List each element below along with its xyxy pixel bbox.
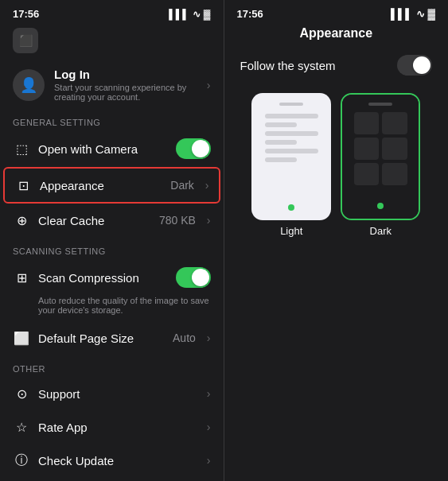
about-item[interactable]: ℹ About ›: [0, 477, 224, 481]
dark-grid-item: [354, 138, 380, 160]
left-panel: 17:56 ▌▌▌ ∿ ▓ ⬛ 👤 Log In Start your scan…: [0, 0, 224, 481]
clear-cache-item[interactable]: ⊕ Clear Cache 780 KB ›: [0, 204, 224, 237]
right-panel: 17:56 ▌▌▌ ∿ ▓ Appearance Follow the syst…: [224, 0, 449, 481]
r-signal-icon: ▌▌▌: [391, 8, 413, 20]
left-status-bar: 17:56 ▌▌▌ ∿ ▓: [0, 0, 224, 23]
scan-icon: ⊞: [13, 269, 30, 286]
dark-grid-item: [382, 138, 407, 160]
support-icon: ⊙: [13, 385, 30, 402]
default-page-size-value: Auto: [173, 332, 196, 344]
avatar: 👤: [13, 69, 45, 101]
user-section[interactable]: 👤 Log In Start your scanning experience …: [0, 61, 224, 108]
scanning-section-label: SCANNING SETTING: [0, 237, 224, 259]
support-chevron: ›: [207, 387, 211, 400]
update-chevron: ›: [207, 454, 211, 467]
check-update-item[interactable]: ⓘ Check Update ›: [0, 444, 224, 477]
rate-app-item[interactable]: ☆ Rate App ›: [0, 410, 224, 444]
dark-grid-item: [382, 112, 407, 134]
right-status-icons: ▌▌▌ ∿ ▓: [391, 8, 435, 20]
check-update-label: Check Update: [38, 454, 199, 467]
support-label: Support: [38, 387, 199, 401]
appearance-title: Appearance: [224, 23, 449, 47]
user-subtitle: Start your scanning experience by creati…: [54, 83, 197, 102]
appearance-value: Dark: [170, 179, 194, 192]
user-title: Log In: [54, 68, 197, 81]
follow-system-row: Follow the system: [224, 47, 449, 83]
scan-compression-sub: Auto reduce the quality of the image to …: [0, 296, 224, 321]
update-icon: ⓘ: [13, 452, 30, 469]
light-theme-card[interactable]: Light: [251, 93, 331, 237]
follow-system-toggle[interactable]: [397, 55, 432, 76]
camera-icon: ⬚: [13, 140, 30, 157]
dark-grid-item: [354, 163, 380, 185]
appearance-icon: ⊡: [14, 176, 32, 194]
dark-phone-inner: [342, 95, 419, 219]
back-icon: ⬛: [19, 34, 33, 47]
theme-options: Light Dark: [224, 83, 449, 246]
light-line: [265, 149, 318, 153]
light-theme-label: Light: [280, 225, 302, 237]
clear-cache-value: 780 KB: [159, 214, 196, 227]
appearance-label: Appearance: [40, 179, 162, 192]
light-line: [265, 140, 297, 145]
scan-compression-label: Scan Compression: [38, 271, 168, 285]
back-area: ⬛: [0, 23, 224, 61]
dark-theme-preview: [341, 93, 420, 220]
rate-icon: ☆: [13, 418, 30, 436]
scan-toggle[interactable]: [176, 267, 211, 288]
light-theme-preview: [251, 93, 331, 220]
clear-cache-icon: ⊕: [13, 211, 30, 229]
default-page-size-label: Default Page Size: [38, 332, 165, 345]
appearance-chevron: ›: [205, 179, 209, 192]
dark-grid-item: [354, 112, 380, 134]
light-line: [265, 157, 297, 162]
camera-toggle[interactable]: [176, 138, 211, 159]
light-line: [265, 114, 318, 118]
right-status-bar: 17:56 ▌▌▌ ∿ ▓: [224, 0, 449, 23]
clear-cache-chevron: ›: [207, 214, 211, 227]
rate-chevron: ›: [207, 421, 211, 433]
light-line: [265, 122, 297, 127]
support-item[interactable]: ⊙ Support ›: [0, 377, 224, 410]
dark-theme-label: Dark: [370, 225, 392, 237]
person-icon: 👤: [20, 76, 37, 94]
page-size-icon: ⬜: [13, 329, 30, 347]
back-button[interactable]: ⬛: [13, 28, 38, 53]
rate-app-label: Rate App: [38, 421, 199, 434]
dark-grid: [354, 112, 407, 185]
page-size-chevron: ›: [207, 332, 211, 344]
light-lines: [265, 114, 318, 162]
appearance-item[interactable]: ⊡ Appearance Dark ›: [3, 167, 220, 204]
light-line: [265, 131, 318, 136]
scan-compression-item[interactable]: ⊞ Scan Compression: [0, 259, 224, 296]
open-with-camera-item[interactable]: ⬚ Open with Camera: [0, 130, 224, 167]
battery-icon: ▓: [204, 9, 211, 20]
open-with-camera-label: Open with Camera: [38, 142, 168, 156]
left-status-icons: ▌▌▌ ∿ ▓: [169, 9, 210, 20]
user-chevron: ›: [207, 79, 211, 91]
right-time: 17:56: [237, 8, 263, 20]
dark-theme-card[interactable]: Dark: [341, 93, 420, 237]
left-time: 17:56: [13, 8, 39, 20]
other-section-label: OTHER: [0, 355, 224, 377]
follow-system-label: Follow the system: [240, 59, 336, 72]
r-battery-icon: ▓: [428, 8, 435, 20]
light-phone-inner: [251, 93, 331, 220]
user-info: Log In Start your scanning experience by…: [54, 68, 197, 102]
wifi-icon: ∿: [193, 9, 201, 20]
general-section-label: GENERAL SETTING: [0, 108, 224, 130]
signal-icon: ▌▌▌: [169, 9, 189, 20]
r-wifi-icon: ∿: [416, 8, 425, 20]
dark-grid-item: [382, 163, 407, 185]
clear-cache-label: Clear Cache: [38, 214, 151, 227]
default-page-size-item[interactable]: ⬜ Default Page Size Auto ›: [0, 321, 224, 355]
light-dot: [288, 204, 294, 211]
dark-dot: [377, 203, 384, 209]
